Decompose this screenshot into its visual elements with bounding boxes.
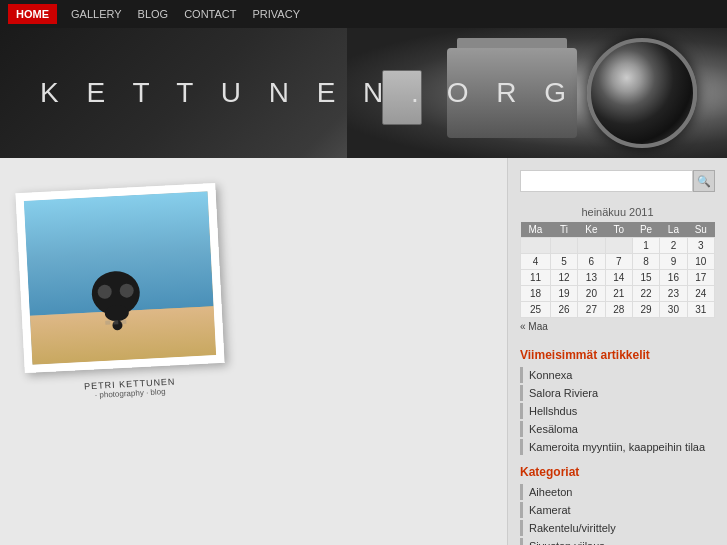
calendar-day[interactable]: 15 [632,270,659,286]
calendar-day[interactable]: 29 [632,302,659,318]
viimeisimmat-title: Viimeisimmät artikkelit [520,348,715,362]
svg-rect-7 [121,320,126,324]
article-list-item[interactable]: Konnexa [520,367,715,383]
calendar-prev[interactable]: « Maa [520,321,548,332]
calendar-table: MaTiKeToPeLaSu 1234567891011121314151617… [520,222,715,318]
calendar-day[interactable]: 30 [660,302,687,318]
sidebar: 🔍 heinäkuu 2011 MaTiKeToPeLaSu 123456789… [507,158,727,545]
calendar-day[interactable]: 24 [687,286,714,302]
nav-home[interactable]: HOME [8,4,57,24]
calendar: heinäkuu 2011 MaTiKeToPeLaSu 12345678910… [520,206,715,332]
calendar-day[interactable]: 26 [550,302,577,318]
calendar-day[interactable]: 2 [660,238,687,254]
calendar-day[interactable]: 12 [550,270,577,286]
calendar-day[interactable]: 14 [605,270,632,286]
calendar-day[interactable]: 18 [521,286,551,302]
calendar-empty-day [578,238,605,254]
nav-privacy[interactable]: PRIVACY [245,4,308,24]
calendar-empty-day [605,238,632,254]
category-list-item[interactable]: Rakentelu/virittely [520,520,715,536]
main-nav: HOME GALLERY BLOG CONTACT PRIVACY [0,0,727,28]
calendar-day[interactable]: 7 [605,254,632,270]
article-list-item[interactable]: Kameroita myyntiin, kaappeihin tilaa [520,439,715,455]
category-list-item[interactable]: Sivuston viilaus [520,538,715,545]
calendar-day[interactable]: 17 [687,270,714,286]
calendar-day[interactable]: 10 [687,254,714,270]
calendar-day[interactable]: 6 [578,254,605,270]
calendar-day[interactable]: 27 [578,302,605,318]
skull-svg [79,263,153,337]
calendar-day-header: Ti [550,222,577,238]
svg-rect-5 [105,321,110,325]
article-list-item[interactable]: Salora Riviera [520,385,715,401]
svg-rect-6 [113,320,118,324]
calendar-day-header: La [660,222,687,238]
calendar-day[interactable]: 4 [521,254,551,270]
category-list-item[interactable]: Kamerat [520,502,715,518]
search-box: 🔍 [520,170,715,192]
search-input[interactable] [520,170,693,192]
content-area: PETRI KETTUNEN · photography · blog [0,158,507,545]
kategoriat-title: Kategoriat [520,465,715,479]
search-button[interactable]: 🔍 [693,170,715,192]
calendar-day[interactable]: 16 [660,270,687,286]
main-wrapper: PETRI KETTUNEN · photography · blog 🔍 he… [0,158,727,545]
search-icon: 🔍 [697,175,711,188]
calendar-day[interactable]: 13 [578,270,605,286]
nav-gallery[interactable]: GALLERY [63,4,130,24]
calendar-day[interactable]: 1 [632,238,659,254]
calendar-day[interactable]: 20 [578,286,605,302]
calendar-day[interactable]: 28 [605,302,632,318]
calendar-nav: « Maa [520,318,715,332]
blog-image-container[interactable]: PETRI KETTUNEN · photography · blog [20,188,250,398]
blog-image [15,183,224,373]
calendar-day[interactable]: 8 [632,254,659,270]
calendar-day[interactable]: 11 [521,270,551,286]
calendar-day[interactable]: 23 [660,286,687,302]
calendar-day-header: Ma [521,222,551,238]
camera-lens [587,38,697,148]
blog-image-overlay [79,263,163,347]
calendar-empty-day [550,238,577,254]
nav-contact[interactable]: CONTACT [176,4,244,24]
calendar-day[interactable]: 3 [687,238,714,254]
category-list: AiheetonKameratRakentelu/virittelySivust… [520,484,715,545]
article-list-item[interactable]: Hellshdus [520,403,715,419]
calendar-day-header: Pe [632,222,659,238]
site-banner: K E T T U N E N . O R G [0,28,727,158]
calendar-day[interactable]: 31 [687,302,714,318]
calendar-day-header: To [605,222,632,238]
category-list-item[interactable]: Aiheeton [520,484,715,500]
calendar-day[interactable]: 21 [605,286,632,302]
article-list-item[interactable]: Kesäloma [520,421,715,437]
calendar-day[interactable]: 19 [550,286,577,302]
site-title: K E T T U N E N . O R G [0,77,576,109]
calendar-title: heinäkuu 2011 [520,206,715,218]
nav-blog[interactable]: BLOG [130,4,177,24]
article-list: KonnexaSalora RivieraHellshdusKesälomaKa… [520,367,715,455]
calendar-day[interactable]: 9 [660,254,687,270]
calendar-day[interactable]: 22 [632,286,659,302]
calendar-day[interactable]: 5 [550,254,577,270]
calendar-day-header: Su [687,222,714,238]
calendar-day[interactable]: 25 [521,302,551,318]
calendar-day-header: Ke [578,222,605,238]
calendar-empty-day [521,238,551,254]
